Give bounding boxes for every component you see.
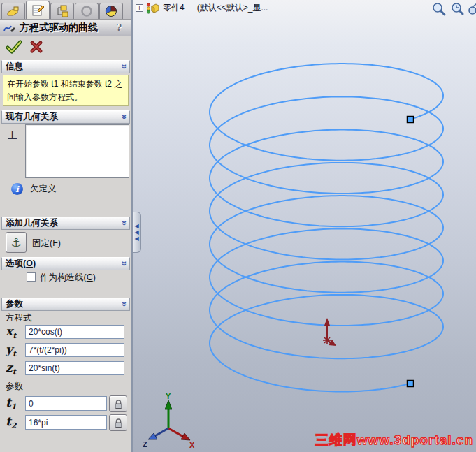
t1-lock-button[interactable] bbox=[109, 395, 127, 412]
fix-relation-button[interactable]: ⚓ bbox=[6, 232, 27, 253]
dimxpert-tab[interactable] bbox=[75, 3, 99, 19]
tree-part-name[interactable]: 零件4 bbox=[163, 2, 185, 14]
tree-expand-icon[interactable]: + bbox=[136, 4, 143, 12]
z-equation-input[interactable] bbox=[25, 361, 124, 375]
x-equation-input[interactable] bbox=[25, 325, 124, 339]
status-text: 欠定义 bbox=[30, 183, 57, 195]
t1-label: t1 bbox=[6, 395, 17, 411]
t1-row: t1 bbox=[0, 395, 131, 412]
section-header-info[interactable]: 信息 « bbox=[1, 60, 130, 73]
chevron-up-icon[interactable]: « bbox=[118, 261, 129, 266]
definition-status: i 欠定义 bbox=[11, 183, 57, 195]
zoom-to-selection-icon[interactable] bbox=[468, 1, 476, 17]
x-var-label: xt bbox=[6, 324, 16, 340]
equation-row-z: zt bbox=[0, 360, 131, 377]
display-manager-icon bbox=[105, 5, 117, 17]
anchor-icon: ⚓ bbox=[10, 235, 21, 250]
construction-line-checkbox[interactable] bbox=[27, 272, 36, 282]
panel-title: 方程式驱动的曲线 bbox=[20, 22, 116, 34]
view-toolbar bbox=[431, 1, 476, 17]
endpoint-handle[interactable] bbox=[408, 117, 414, 123]
z-var-label: zt bbox=[6, 360, 16, 377]
coordinate-triad: Y X Z bbox=[143, 392, 196, 448]
equation-row-y: yt bbox=[0, 342, 131, 359]
y-var-label: yt bbox=[6, 342, 16, 358]
panel-tab-bar bbox=[0, 0, 131, 20]
t2-label: t2 bbox=[6, 414, 17, 430]
lock-icon bbox=[113, 399, 124, 409]
section-label: 现有几何关系 bbox=[6, 111, 121, 123]
chevron-up-icon[interactable]: « bbox=[118, 302, 129, 307]
part-icon bbox=[146, 2, 160, 14]
confirm-row bbox=[0, 36, 131, 57]
graphics-viewport[interactable]: + 零件4 (默认<<默认>_显... ◀ ◀ bbox=[133, 0, 476, 452]
property-manager-tab[interactable] bbox=[26, 1, 50, 19]
panel-titlebar: 方程式驱动的曲线 ? bbox=[0, 20, 131, 36]
section-header-options[interactable]: 选项(O) « bbox=[1, 257, 130, 270]
section-label: 添加几何关系 bbox=[6, 217, 121, 229]
configuration-manager-icon bbox=[55, 5, 69, 17]
help-button[interactable]: ? bbox=[116, 22, 122, 33]
dimxpert-icon bbox=[80, 5, 93, 17]
helix-curve[interactable] bbox=[210, 64, 443, 391]
collapse-arrow-icon: ◀ bbox=[134, 224, 138, 228]
cancel-button[interactable] bbox=[29, 40, 43, 54]
lock-icon bbox=[113, 418, 124, 428]
collapse-arrow-icon: ◀ bbox=[134, 236, 138, 241]
configuration-manager-tab[interactable] bbox=[50, 3, 74, 19]
panel-splitter-handle[interactable]: ◀ ◀ ◀ bbox=[133, 212, 141, 253]
parameter-group-label: 参数 bbox=[6, 381, 23, 393]
fix-relation-label: 固定(F) bbox=[32, 238, 61, 249]
triad-x-label: X bbox=[189, 441, 195, 448]
equation-row-x: xt bbox=[0, 324, 131, 341]
divider bbox=[1, 435, 130, 437]
info-icon: i bbox=[11, 183, 23, 195]
zoom-to-area-icon[interactable] bbox=[449, 1, 465, 17]
construction-line-label: 作为构造线(C) bbox=[40, 272, 96, 284]
section-header-parameters[interactable]: 参数 « bbox=[1, 298, 130, 311]
t2-input[interactable] bbox=[25, 415, 107, 430]
equation-group-label: 方程式 bbox=[6, 312, 32, 324]
t2-row: t2 bbox=[0, 414, 131, 431]
feature-manager-tab[interactable] bbox=[1, 3, 25, 19]
section-label: 信息 bbox=[6, 61, 121, 73]
info-message: 在开始参数 t1 和结束参数 t2 之间输入参数方程式。 bbox=[3, 75, 129, 106]
watermark: 三维网www.3dportal.cn bbox=[315, 431, 473, 449]
endpoint-handle[interactable] bbox=[408, 381, 414, 387]
section-label: 选项(O) bbox=[6, 258, 121, 270]
section-header-add-relations[interactable]: 添加几何关系 « bbox=[1, 217, 130, 230]
chevron-up-icon[interactable]: « bbox=[118, 64, 129, 69]
property-manager-icon bbox=[31, 4, 45, 17]
y-equation-input[interactable] bbox=[25, 343, 124, 357]
equation-curve-icon bbox=[3, 22, 17, 34]
zoom-in-out-icon[interactable] bbox=[431, 1, 447, 17]
chevron-up-icon[interactable]: « bbox=[118, 221, 129, 226]
t2-lock-button[interactable] bbox=[109, 414, 127, 431]
display-manager-tab[interactable] bbox=[99, 3, 123, 19]
origin-marker bbox=[323, 318, 336, 346]
t1-input[interactable] bbox=[25, 396, 107, 411]
section-header-existing-relations[interactable]: 现有几何关系 « bbox=[1, 110, 130, 124]
triad-y-label: Y bbox=[166, 392, 171, 400]
perpendicular-icon: ⊥ bbox=[7, 128, 18, 143]
property-manager-panel: 方程式驱动的曲线 ? 信息 « 在开始参数 t1 和结束参数 t2 之间输入参数… bbox=[0, 0, 133, 452]
feature-manager-icon bbox=[6, 6, 20, 17]
ok-button[interactable] bbox=[6, 40, 22, 54]
triad-z-label: Z bbox=[143, 440, 147, 448]
tree-config-name: (默认<<默认>_显... bbox=[197, 2, 268, 14]
collapse-arrow-icon: ◀ bbox=[134, 230, 138, 235]
relations-list[interactable] bbox=[25, 124, 129, 178]
feature-tree-flyout[interactable]: + 零件4 (默认<<默认>_显... bbox=[136, 2, 268, 14]
section-label: 参数 bbox=[6, 298, 121, 310]
chevron-up-icon[interactable]: « bbox=[118, 115, 129, 119]
